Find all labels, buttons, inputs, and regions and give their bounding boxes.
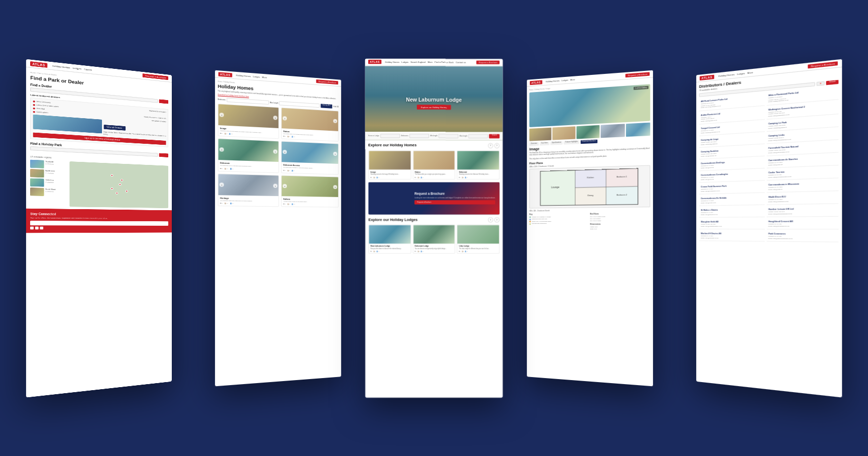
prev-btn-heritage[interactable]: ‹ bbox=[220, 182, 224, 187]
map-pin[interactable] bbox=[111, 187, 113, 190]
nav-link[interactable]: Lodges bbox=[737, 71, 745, 75]
prev-btn-sahara[interactable]: ‹ bbox=[283, 184, 287, 188]
length-select[interactable] bbox=[279, 101, 319, 108]
spec: 🛏2 bbox=[371, 250, 372, 251]
sort-btn[interactable]: Sort by: A-Z bbox=[320, 104, 333, 108]
nav-link[interactable]: Find a Park or Book bbox=[435, 61, 454, 63]
nav-link[interactable]: Holiday Homes bbox=[236, 73, 251, 77]
dealer-name-20[interactable]: Humber Leisure UK Ltd bbox=[769, 207, 837, 210]
prev-btn-debonair[interactable]: ‹ bbox=[220, 147, 224, 152]
dealer-name: West Creamery bbox=[37, 100, 51, 104]
prev-btn-debonair-access[interactable]: ‹ bbox=[283, 150, 287, 154]
search-input-bedrooms[interactable] bbox=[409, 134, 429, 138]
thumb-2[interactable] bbox=[553, 126, 575, 140]
key-dot-mainbed bbox=[529, 223, 531, 224]
map-pin[interactable] bbox=[121, 178, 123, 181]
search-input-home-lodge[interactable] bbox=[380, 134, 400, 138]
next-btn-debonair[interactable]: › bbox=[273, 149, 277, 153]
nav-link[interactable]: More bbox=[262, 75, 267, 78]
brochure-title: Request a Brochure bbox=[414, 192, 495, 195]
prev-btn-status[interactable]: ‹ bbox=[283, 116, 287, 121]
email-input[interactable] bbox=[30, 220, 168, 225]
dealer-item-19: St Boles e Davies Number 01 74 434Email:… bbox=[699, 207, 765, 218]
nav-link[interactable]: Holiday Homes bbox=[546, 79, 559, 82]
brochure-btn[interactable]: Request a Brochure bbox=[414, 200, 495, 204]
nav-link[interactable]: More bbox=[747, 71, 753, 74]
key-section: Key Lounge 4 to 5 Seating/TV Storage Kit… bbox=[529, 213, 586, 229]
view-all-dealers-btn[interactable]: View all Dealers bbox=[103, 124, 125, 130]
social-icon-facebook[interactable] bbox=[30, 226, 34, 229]
next-btn-heritage[interactable]: › bbox=[273, 184, 277, 188]
lodges-next-arrow[interactable]: › bbox=[494, 217, 500, 223]
social-icon-twitter[interactable] bbox=[35, 226, 39, 229]
nav-cta-1[interactable]: Request a Brochure bbox=[143, 73, 168, 80]
nav-link[interactable]: Holiday Homes bbox=[52, 64, 70, 69]
nav-link[interactable]: Contact us bbox=[456, 61, 466, 63]
nav-cta-5[interactable]: Request a Brochure bbox=[808, 61, 838, 68]
thumb-3[interactable] bbox=[576, 125, 599, 139]
homes-next-arrow[interactable]: › bbox=[494, 143, 500, 148]
tab-tour[interactable]: Tour Here bbox=[539, 141, 549, 145]
floorplan-section: Floor Plans 40ft x 12ft / 2 bedroom / 6 … bbox=[529, 157, 650, 208]
homes-prev-arrow[interactable]: ‹ bbox=[488, 143, 493, 148]
next-btn-image[interactable]: › bbox=[273, 116, 277, 120]
nav-link[interactable]: Lodges bbox=[562, 78, 568, 81]
nav-link[interactable]: More bbox=[428, 61, 433, 63]
nav-cta-3[interactable]: Request a Brochure bbox=[477, 60, 500, 64]
dealer-search-btn-5[interactable]: Search bbox=[826, 79, 838, 84]
next-btn-debonair-access[interactable]: › bbox=[333, 152, 337, 156]
lodges-prev-arrow[interactable]: ‹ bbox=[488, 217, 493, 223]
dealer-info-24: Number 01 74 434Email: info@parkconerone… bbox=[769, 235, 837, 240]
nav-link[interactable]: Holiday Homes bbox=[718, 73, 734, 77]
nav-link[interactable]: Lodges bbox=[402, 61, 409, 63]
use-location-btn[interactable]: 📍 bbox=[817, 81, 825, 86]
thumb-5[interactable] bbox=[626, 122, 650, 136]
thumb-4[interactable] bbox=[601, 124, 625, 138]
nav-link[interactable]: Search bbox=[84, 67, 92, 71]
nav-cta-4[interactable]: Request a Brochure bbox=[625, 72, 649, 77]
lodge-name-laburnum: New Laburnum Lodge bbox=[371, 245, 409, 247]
tab-brochure[interactable]: Download Brochure bbox=[580, 139, 597, 144]
tab-features[interactable]: Feature Highlights bbox=[564, 140, 579, 144]
filter-label-bedrooms: Bedrooms bbox=[218, 98, 226, 101]
nav-link[interactable]: Holiday Homes bbox=[385, 61, 400, 63]
search-btn-3[interactable]: Search bbox=[489, 134, 500, 138]
home-img-status: ‹ › bbox=[282, 108, 339, 131]
map-area: Scotland3 choices North East2 choices Yo… bbox=[30, 159, 168, 208]
nav-bar-3: ATLAS Holiday Homes Lodges Search Englan… bbox=[365, 59, 503, 66]
tab-overview[interactable]: Overview bbox=[529, 142, 538, 146]
dealer-name-21[interactable]: Slaughter field AD bbox=[701, 220, 763, 223]
dealer-name-22[interactable]: Houghland Cresent AB bbox=[769, 220, 837, 222]
next-btn-sahara[interactable]: › bbox=[333, 185, 337, 189]
region-img-ne bbox=[30, 178, 44, 187]
next-btn-status[interactable]: › bbox=[333, 119, 337, 123]
dealer-item-16: Carreravalecas in Wisconsin Number 01 74… bbox=[767, 179, 838, 192]
screenshot-scene: ATLAS Holiday Homes Lodges Search Reques… bbox=[32, 32, 836, 424]
nav-link[interactable]: Lodges bbox=[73, 66, 81, 70]
social-icon-instagram[interactable] bbox=[40, 226, 43, 229]
hero-cta-3[interactable]: Explore our Holiday Homes bbox=[417, 105, 451, 109]
key-text-mainbed: Main Bed with headboards bbox=[532, 223, 547, 225]
search-input-min-length[interactable] bbox=[439, 134, 458, 138]
key-text-kitchen: Kitchen incl work units, sink bbox=[532, 218, 547, 220]
nav-link[interactable]: More bbox=[570, 78, 575, 81]
nav-link[interactable]: Lodges bbox=[253, 75, 260, 78]
thumb-1[interactable] bbox=[529, 127, 552, 141]
brochure-subtitle: Looking for more information on our home… bbox=[414, 197, 495, 199]
park-search-btn[interactable] bbox=[159, 153, 168, 157]
map-pin[interactable] bbox=[111, 174, 113, 176]
map-pin[interactable] bbox=[119, 183, 121, 186]
dealer-name-24[interactable]: Park Conerones bbox=[769, 232, 837, 235]
dealer-name-23[interactable]: Morland H Davies AS bbox=[701, 232, 763, 235]
nav-cta-2[interactable]: Request a Brochure bbox=[316, 79, 338, 84]
dealer-search-btn[interactable] bbox=[159, 99, 168, 104]
lodge-info-dolomair: Dolomair Lodge You can discover and genu… bbox=[413, 243, 455, 253]
map-pin[interactable] bbox=[126, 190, 128, 192]
prev-btn-image[interactable]: ‹ bbox=[220, 113, 224, 117]
map-pin[interactable] bbox=[116, 192, 118, 194]
dealer-dot bbox=[33, 107, 35, 109]
tab-specs[interactable]: Specifications bbox=[550, 141, 563, 145]
search-input-max-length[interactable] bbox=[469, 134, 488, 138]
nav-link[interactable]: Search England bbox=[411, 61, 426, 63]
dealer-name-19[interactable]: St Boles e Davies bbox=[701, 208, 763, 211]
